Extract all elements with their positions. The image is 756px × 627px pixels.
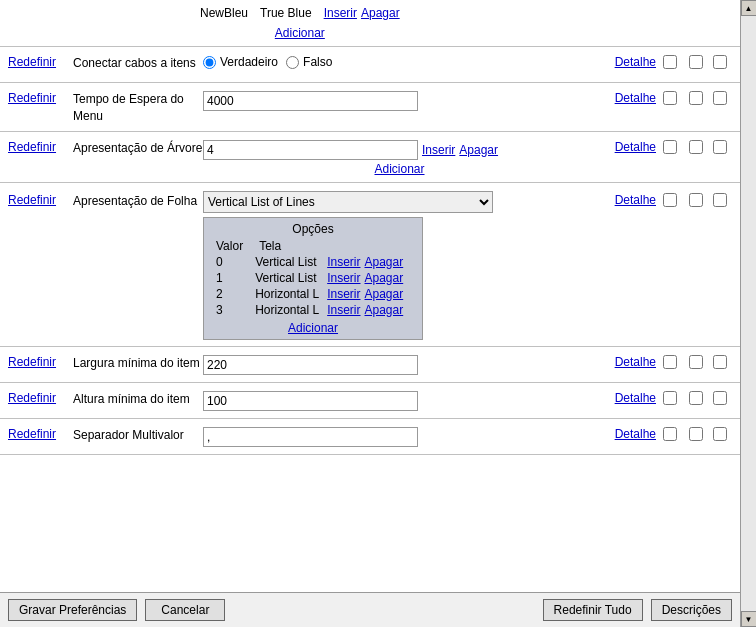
options-valor-0: 0 <box>212 254 251 270</box>
check2-conectar[interactable] <box>689 55 703 69</box>
col-check3-separador <box>708 425 732 444</box>
detalhe-tempo-link[interactable]: Detalhe <box>615 91 656 105</box>
input-arvore[interactable] <box>203 140 418 160</box>
options-insert-1[interactable]: Inserir <box>327 271 360 285</box>
top-add-row: Adicionar <box>200 26 400 40</box>
check3-tempo[interactable] <box>713 91 727 105</box>
value-tempo <box>203 89 596 111</box>
insert-arvore-link[interactable]: Inserir <box>422 143 455 157</box>
check2-tempo[interactable] <box>689 91 703 105</box>
detalhe-folha-link[interactable]: Detalhe <box>615 193 656 207</box>
options-insert-2[interactable]: Inserir <box>327 287 360 301</box>
input-separador[interactable] <box>203 427 418 447</box>
options-delete-2[interactable]: Apagar <box>365 287 404 301</box>
input-tempo[interactable] <box>203 91 418 111</box>
options-add-link[interactable]: Adicionar <box>288 321 338 335</box>
check1-tempo[interactable] <box>663 91 677 105</box>
col-check3-largura <box>708 353 732 372</box>
options-insert-3[interactable]: Inserir <box>327 303 360 317</box>
options-links-1: Inserir Apagar <box>327 271 403 285</box>
check2-arvore[interactable] <box>689 140 703 154</box>
check1-folha[interactable] <box>663 193 677 207</box>
check1-arvore[interactable] <box>663 140 677 154</box>
options-delete-1[interactable]: Apagar <box>365 271 404 285</box>
col-redefine-conectar: Redefinir <box>8 53 73 69</box>
options-add-row: Adicionar <box>212 321 414 335</box>
select-folha[interactable]: Vertical List of Lines Vertical List Hor… <box>203 191 493 213</box>
save-button[interactable]: Gravar Preferências <box>8 599 137 621</box>
delete-arvore-link[interactable]: Apagar <box>459 143 498 157</box>
col-check2-conectar <box>684 53 708 72</box>
col-detalhe-separador: Detalhe <box>596 425 656 441</box>
bottom-bar: Gravar Preferências Cancelar Redefinir T… <box>0 592 740 627</box>
check2-largura[interactable] <box>689 355 703 369</box>
options-table: Valor Tela 0 Vertical List <box>212 238 407 318</box>
check1-conectar[interactable] <box>663 55 677 69</box>
redefine-separador-link[interactable]: Redefinir <box>8 427 56 441</box>
check2-altura[interactable] <box>689 391 703 405</box>
options-valor-3: 3 <box>212 302 251 318</box>
check1-largura[interactable] <box>663 355 677 369</box>
options-col-tela: Tela <box>251 238 323 254</box>
add-arvore-link[interactable]: Adicionar <box>374 162 424 176</box>
check1-separador[interactable] <box>663 427 677 441</box>
row-arvore: Redefinir Apresentação de Árvore Inserir… <box>0 132 740 183</box>
radio-falso-label[interactable]: Falso <box>286 55 332 69</box>
options-header-row: Valor Tela <box>212 238 407 254</box>
col-check2-altura <box>684 389 708 408</box>
options-actions-0: Inserir Apagar <box>323 254 407 270</box>
check2-folha[interactable] <box>689 193 703 207</box>
col-check3-tempo <box>708 89 732 108</box>
check3-separador[interactable] <box>713 427 727 441</box>
col-detalhe-conectar: Detalhe <box>596 53 656 69</box>
options-actions-2: Inserir Apagar <box>323 286 407 302</box>
trueblue-label: True Blue <box>260 6 312 20</box>
input-largura[interactable] <box>203 355 418 375</box>
options-delete-0[interactable]: Apagar <box>365 255 404 269</box>
check3-folha[interactable] <box>713 193 727 207</box>
options-links-2: Inserir Apagar <box>327 287 403 301</box>
radio-verdadeiro-label[interactable]: Verdadeiro <box>203 55 278 69</box>
col-detalhe-tempo: Detalhe <box>596 89 656 105</box>
check1-altura[interactable] <box>663 391 677 405</box>
options-col-valor: Valor <box>212 238 251 254</box>
options-delete-3[interactable]: Apagar <box>365 303 404 317</box>
redefine-arvore-link[interactable]: Redefinir <box>8 140 56 154</box>
col-redefine-separador: Redefinir <box>8 425 73 441</box>
redefine-altura-link[interactable]: Redefinir <box>8 391 56 405</box>
check3-conectar[interactable] <box>713 55 727 69</box>
detalhe-largura-link[interactable]: Detalhe <box>615 355 656 369</box>
descriptions-button[interactable]: Descrições <box>651 599 732 621</box>
top-delete-link[interactable]: Apagar <box>361 6 400 20</box>
options-tela-1: Vertical List <box>251 270 323 286</box>
radio-verdadeiro[interactable] <box>203 56 216 69</box>
redefine-conectar-link[interactable]: Redefinir <box>8 55 56 69</box>
redefine-folha-link[interactable]: Redefinir <box>8 193 56 207</box>
radio-falso[interactable] <box>286 56 299 69</box>
check3-altura[interactable] <box>713 391 727 405</box>
redefine-all-button[interactable]: Redefinir Tudo <box>543 599 643 621</box>
detalhe-separador-link[interactable]: Detalhe <box>615 427 656 441</box>
col-check1-arvore <box>656 138 684 157</box>
col-detalhe-largura: Detalhe <box>596 353 656 369</box>
options-panel: Opções Valor Tela 0 Vert <box>203 217 423 340</box>
detalhe-arvore-link[interactable]: Detalhe <box>615 140 656 154</box>
options-actions-3: Inserir Apagar <box>323 302 407 318</box>
scroll-down-button[interactable]: ▼ <box>741 611 757 627</box>
check3-largura[interactable] <box>713 355 727 369</box>
scrollbar[interactable]: ▲ ▼ <box>740 0 756 627</box>
options-tela-3: Horizontal L <box>251 302 323 318</box>
top-add-link[interactable]: Adicionar <box>275 26 325 40</box>
redefine-tempo-link[interactable]: Redefinir <box>8 91 56 105</box>
redefine-largura-link[interactable]: Redefinir <box>8 355 56 369</box>
check2-separador[interactable] <box>689 427 703 441</box>
detalhe-altura-link[interactable]: Detalhe <box>615 391 656 405</box>
input-altura[interactable] <box>203 391 418 411</box>
row-separador: Redefinir Separador Multivalor Detalhe <box>0 419 740 455</box>
top-insert-link[interactable]: Inserir <box>324 6 357 20</box>
scroll-up-button[interactable]: ▲ <box>741 0 757 16</box>
check3-arvore[interactable] <box>713 140 727 154</box>
cancel-button[interactable]: Cancelar <box>145 599 225 621</box>
options-insert-0[interactable]: Inserir <box>327 255 360 269</box>
detalhe-conectar-link[interactable]: Detalhe <box>615 55 656 69</box>
